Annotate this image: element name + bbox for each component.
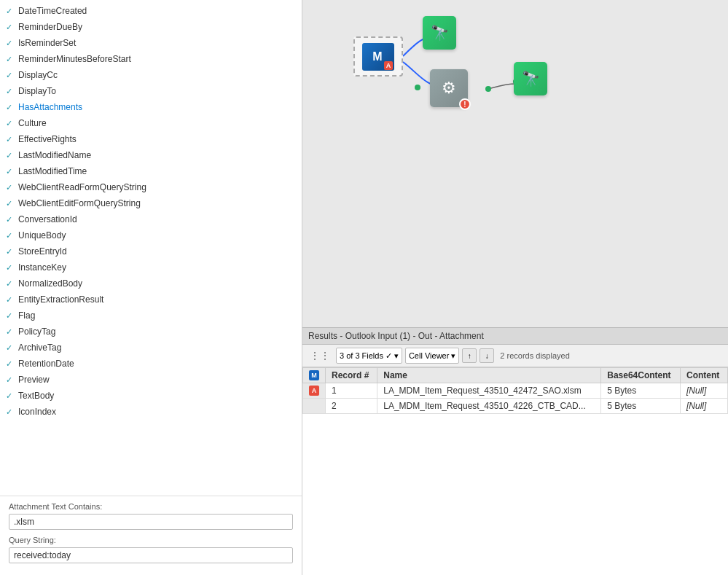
cell-base64: 5 Bytes: [601, 383, 681, 399]
fields-list: ✓DateTimeCreated✓ReminderDueBy✓IsReminde…: [0, 0, 302, 496]
check-icon: ✓: [6, 167, 12, 176]
field-item-hasattachments[interactable]: ✓HasAttachments: [0, 99, 302, 115]
field-item-datetimecreated[interactable]: ✓DateTimeCreated: [0, 3, 302, 19]
field-label: ReminderDueBy: [18, 22, 82, 32]
field-item-preview[interactable]: ✓Preview: [0, 372, 302, 388]
menu-dots[interactable]: ⋮⋮: [307, 350, 333, 361]
col-header-content[interactable]: Content: [681, 368, 728, 383]
field-item-archivetag[interactable]: ✓ArchiveTag: [0, 340, 302, 356]
field-label: Preview: [18, 375, 50, 385]
field-label: DisplayTo: [18, 86, 56, 96]
field-label: IsReminderSet: [18, 38, 76, 48]
field-item-textbody[interactable]: ✓TextBody: [0, 388, 302, 404]
field-label: DisplayCc: [18, 70, 58, 80]
field-item-storeentryid[interactable]: ✓StoreEntryId: [0, 243, 302, 259]
check-icon: ✓: [6, 295, 12, 305]
a-badge: A: [309, 386, 319, 396]
query-string-input[interactable]: [9, 547, 293, 563]
check-icon: ✓: [6, 135, 12, 144]
field-label: ConversationId: [18, 214, 77, 224]
query-string-label: Query String:: [9, 536, 293, 544]
field-item-webclienteditformquerystring[interactable]: ✓WebClientEditFormQueryString: [0, 195, 302, 211]
field-label: IconIndex: [18, 407, 56, 417]
field-label: StoreEntryId: [18, 246, 67, 257]
check-icon: ✓: [6, 263, 12, 273]
field-item-displayto[interactable]: ✓DisplayTo: [0, 83, 302, 99]
col-header-record[interactable]: Record #: [326, 368, 377, 383]
field-item-reminderdueby[interactable]: ✓ReminderDueBy: [0, 19, 302, 35]
results-panel: Results - Outlook Input (1) - Out - Atta…: [302, 327, 728, 575]
field-label: EntityExtractionResult: [18, 294, 103, 305]
field-item-iconindex[interactable]: ✓IconIndex: [0, 404, 302, 420]
field-label: HasAttachments: [18, 102, 82, 112]
left-panel: ✓DateTimeCreated✓ReminderDueBy✓IsReminde…: [0, 0, 302, 575]
cell-viewer-label: Cell Viewer: [409, 351, 449, 360]
field-item-displaycc[interactable]: ✓DisplayCc: [0, 67, 302, 83]
check-icon: ✓: [6, 151, 12, 160]
browse2-icon: 🔭: [514, 62, 547, 95]
browse-tool-2-node[interactable]: 🔭: [514, 62, 549, 97]
results-title: Results - Outlook Input (1) - Out - Atta…: [308, 331, 484, 341]
check-icon: ✓: [6, 119, 12, 128]
fields-count-selector[interactable]: 3 of 3 Fields ✓ ▾: [336, 348, 402, 364]
cell-viewer-chevron-icon: ▾: [451, 351, 455, 361]
field-item-reminderminutesbeforestart[interactable]: ✓ReminderMinutesBeforeStart: [0, 51, 302, 67]
check-icon: ✓: [6, 55, 12, 64]
field-label: EffectiveRights: [18, 134, 77, 144]
field-label: LastModifiedTime: [18, 166, 87, 176]
field-item-conversationid[interactable]: ✓ConversationId: [0, 211, 302, 227]
sort-asc-button[interactable]: ↑: [462, 348, 477, 363]
field-item-lastmodifiedname[interactable]: ✓LastModifiedName: [0, 147, 302, 163]
cell-record-num: 1: [326, 383, 377, 399]
field-item-uniquebody[interactable]: ✓UniqueBody: [0, 227, 302, 243]
field-label: Flag: [18, 310, 35, 321]
check-icon: ✓: [6, 247, 12, 257]
field-item-flag[interactable]: ✓Flag: [0, 308, 302, 324]
transform-node[interactable]: ⚙ !: [430, 69, 470, 109]
field-item-policytag[interactable]: ✓PolicyTag: [0, 324, 302, 340]
field-item-lastmodifiedtime[interactable]: ✓LastModifiedTime: [0, 163, 302, 179]
check-icon: ✓: [6, 7, 12, 16]
field-label: NormalizedBody: [18, 278, 82, 289]
cell-content: [Null]: [681, 383, 728, 399]
browse1-icon: 🔭: [423, 16, 456, 50]
attachment-text-input[interactable]: [9, 514, 293, 530]
results-scroll-area[interactable]: M Record # Name Base64Content Content: [302, 367, 728, 575]
check-icon: ✓: [6, 279, 12, 289]
canvas-area[interactable]: M 🔭 ⚙ ! 🔭: [302, 0, 728, 327]
field-label: TextBody: [18, 391, 54, 401]
field-item-retentiondate[interactable]: ✓RetentionDate: [0, 356, 302, 372]
field-item-effectiverights[interactable]: ✓EffectiveRights: [0, 131, 302, 147]
col-header-name[interactable]: Name: [377, 368, 601, 383]
outlook-input-node[interactable]: M: [353, 36, 403, 77]
field-item-instancekey[interactable]: ✓InstanceKey: [0, 259, 302, 275]
browse-tool-1-node[interactable]: 🔭: [423, 16, 458, 51]
check-icon: ✓: [6, 391, 12, 401]
field-item-isreminderset[interactable]: ✓IsReminderSet: [0, 35, 302, 51]
row-indicator: A: [303, 383, 326, 399]
field-item-webclientreadformquerystring[interactable]: ✓WebClientReadFormQueryString: [0, 179, 302, 195]
field-item-culture[interactable]: ✓Culture: [0, 115, 302, 131]
field-label: WebClientEditFormQueryString: [18, 198, 141, 208]
outlook-box: M: [353, 36, 403, 77]
row-indicator: [303, 399, 326, 414]
results-toolbar: ⋮⋮ 3 of 3 Fields ✓ ▾ Cell Viewer ▾ ↑ ↓ 2…: [302, 345, 728, 367]
field-item-normalizedbody[interactable]: ✓NormalizedBody: [0, 275, 302, 292]
field-label: RetentionDate: [18, 359, 74, 369]
table-row[interactable]: 2LA_MDM_Item_Request_43510_4226_CTB_CAD.…: [303, 399, 728, 414]
m-badge: M: [309, 370, 319, 380]
attachment-text-label: Attachment Text Contains:: [9, 502, 293, 511]
field-item-entityextractionresult[interactable]: ✓EntityExtractionResult: [0, 292, 302, 308]
cell-record-num: 2: [326, 399, 377, 414]
col-header-base64[interactable]: Base64Content: [601, 368, 681, 383]
cell-viewer-selector[interactable]: Cell Viewer ▾: [405, 348, 459, 364]
field-label: WebClientReadFormQueryString: [18, 182, 146, 192]
check-icon: ✓: [6, 39, 12, 48]
svg-point-1: [485, 86, 491, 92]
table-row[interactable]: A1LA_MDM_Item_Request_43510_42472_SAO.xl…: [303, 383, 728, 399]
results-header: Results - Outlook Input (1) - Out - Atta…: [302, 328, 728, 345]
check-icon: ✓: [6, 231, 12, 240]
check-icon: ✓: [6, 407, 12, 417]
sort-desc-button[interactable]: ↓: [480, 348, 494, 363]
check-icon: ✓: [6, 343, 12, 353]
